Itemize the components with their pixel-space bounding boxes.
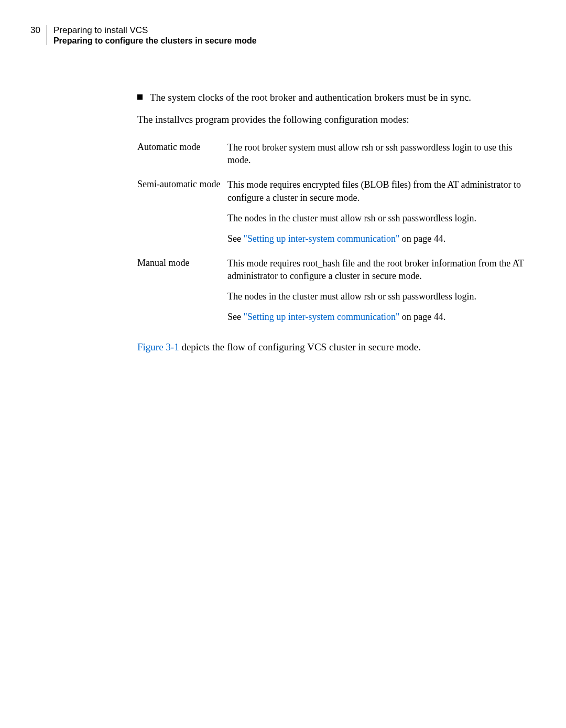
mode-description: This mode requires encrypted files (BLOB…: [227, 178, 525, 245]
link-suffix: on page 44.: [399, 233, 445, 244]
link-prefix: See: [227, 233, 244, 244]
mode-row-manual: Manual mode This mode requires root_hash…: [137, 257, 525, 324]
footer-suffix: depicts the flow of configuring VCS clus…: [179, 341, 421, 352]
page-content: The system clocks of the root broker and…: [137, 91, 525, 353]
mode-paragraph-with-link: See "Setting up inter-system communicati…: [227, 311, 525, 324]
mode-label: Automatic mode: [137, 141, 227, 153]
mode-description: This mode requires root_hash file and th…: [227, 257, 525, 324]
mode-paragraph: This mode requires encrypted files (BLOB…: [227, 178, 525, 205]
link-prefix: See: [227, 312, 244, 322]
header-title: Preparing to install VCS: [53, 25, 257, 36]
header-subtitle: Preparing to configure the clusters in s…: [53, 36, 257, 46]
mode-label: Semi-automatic mode: [137, 178, 227, 190]
mode-row-automatic: Automatic mode The root broker system mu…: [137, 141, 525, 167]
link-suffix: on page 44.: [399, 312, 445, 322]
footer-paragraph: Figure 3-1 depicts the flow of configuri…: [137, 341, 525, 353]
mode-paragraph: The root broker system must allow rsh or…: [227, 141, 525, 167]
mode-paragraph: The nodes in the cluster must allow rsh …: [227, 212, 525, 225]
header-text-block: Preparing to install VCS Preparing to co…: [53, 25, 257, 46]
modes-table: Automatic mode The root broker system mu…: [137, 141, 525, 324]
bullet-marker-icon: [137, 94, 143, 100]
cross-reference-link[interactable]: "Setting up inter-system communication": [244, 312, 400, 322]
header-divider: [47, 25, 47, 45]
page-number: 30: [30, 25, 40, 36]
mode-paragraph-with-link: See "Setting up inter-system communicati…: [227, 232, 525, 245]
figure-reference-link[interactable]: Figure 3-1: [137, 341, 179, 352]
bullet-item: The system clocks of the root broker and…: [137, 91, 525, 104]
mode-row-semiautomatic: Semi-automatic mode This mode requires e…: [137, 178, 525, 245]
mode-description: The root broker system must allow rsh or…: [227, 141, 525, 167]
mode-paragraph: The nodes in the cluster must allow rsh …: [227, 290, 525, 303]
page-header: 30 Preparing to install VCS Preparing to…: [30, 25, 257, 46]
bullet-text: The system clocks of the root broker and…: [150, 91, 471, 104]
cross-reference-link[interactable]: "Setting up inter-system communication": [244, 233, 400, 244]
mode-label: Manual mode: [137, 257, 227, 269]
intro-paragraph: The installvcs program provides the foll…: [137, 114, 525, 125]
mode-paragraph: This mode requires root_hash file and th…: [227, 257, 525, 283]
